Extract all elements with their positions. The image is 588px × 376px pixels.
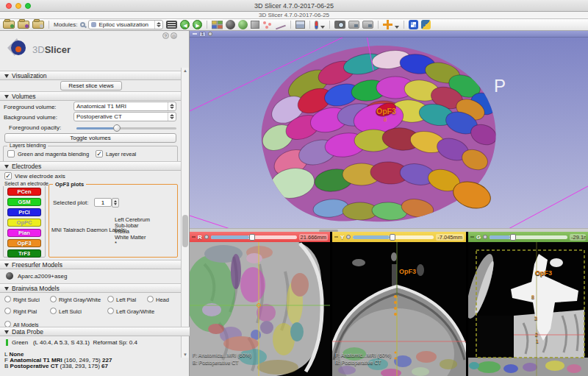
yellow-slice-electrode-label: OpF3 <box>399 268 416 275</box>
view-electrode-axis-checkbox[interactable]: ✓ <box>4 172 12 180</box>
green-slice-viewport[interactable] <box>468 242 588 376</box>
scroll-up-icon[interactable]: ▲ <box>183 68 187 73</box>
markups-fiducial-icon[interactable] <box>262 21 273 29</box>
logo-text: 3DSlicer <box>32 44 71 55</box>
background-volume-select[interactable]: Postoperative CT <box>74 112 176 121</box>
panel-pin-icon[interactable]: ◎ <box>171 32 177 39</box>
background-volume-value: Postoperative CT <box>76 113 122 120</box>
radio-right-graywhite[interactable] <box>50 296 57 302</box>
module-history-icon[interactable] <box>166 21 177 29</box>
app-titlebar: 3D Slicer 4.7.0-2017-06-25 <box>0 12 588 19</box>
layer-reveal-checkbox[interactable]: ✓ <box>96 150 103 157</box>
module-forward-button[interactable]: ▶ <box>193 20 202 29</box>
spinbox-arrows-icon[interactable] <box>112 198 119 207</box>
slice-views-row: R 21.666mm <box>190 232 588 376</box>
python-console-icon[interactable] <box>421 20 431 29</box>
opf3-plots-title: OpF3 plots <box>53 181 86 188</box>
segmentations-module-icon[interactable] <box>238 20 248 29</box>
volume-rendering-icon[interactable] <box>251 21 259 29</box>
section-freesurfer[interactable]: Freesurfer Models <box>0 260 181 269</box>
yellow-slice-pin-icon[interactable] <box>346 235 351 239</box>
red-slice-pin-icon[interactable] <box>204 235 209 239</box>
minimize-button[interactable] <box>15 3 21 9</box>
radio-left-pial[interactable] <box>107 296 114 302</box>
window-level-dropdown-icon[interactable] <box>320 26 325 29</box>
electrode-button-oppc[interactable]: OpPC <box>7 219 41 227</box>
scene-view-restore-icon[interactable] <box>362 21 373 29</box>
yellow-slice-collapse-icon[interactable] <box>334 236 338 238</box>
module-selector[interactable]: Epiloc visualization <box>88 20 163 29</box>
foreground-opacity-slider[interactable] <box>76 127 176 130</box>
red-slice-offset: 21.666mm <box>299 234 328 241</box>
radio-right-sulci[interactable] <box>4 296 11 302</box>
electrode-button-trf3[interactable]: TrF3 <box>7 249 41 258</box>
models-module-icon[interactable] <box>226 20 235 29</box>
zoom-button[interactable] <box>25 3 31 9</box>
section-electrodes[interactable]: Electrodes <box>0 161 181 171</box>
red-slice-collapse-icon[interactable] <box>192 236 196 238</box>
app-title: 3D Slicer 4.7.0-2017-06-25 <box>259 12 329 18</box>
orientation-marker-p: P <box>494 76 506 96</box>
radio-left-sulci[interactable] <box>50 308 57 314</box>
green-slice-controller[interactable]: G -29.1mm <box>468 232 588 242</box>
extensions-manager-icon[interactable] <box>409 20 418 29</box>
panel-help-icon[interactable]: ? <box>162 32 169 39</box>
green-slice-slider[interactable] <box>490 235 567 239</box>
view3d-controller-bar[interactable]: 1 <box>190 31 588 38</box>
electrode-button-prcl[interactable]: PrCl <box>7 208 41 216</box>
window-level-icon[interactable] <box>315 21 318 29</box>
green-slice-collapse-icon[interactable] <box>470 236 474 238</box>
radio-right-pial[interactable] <box>4 308 11 314</box>
scrollbar-thumb[interactable] <box>182 215 188 247</box>
module-back-button[interactable]: ◀ <box>180 20 190 29</box>
section-brainvisa[interactable]: Brainvisa Models <box>0 283 181 293</box>
electrode-button-pcen[interactable]: PCen <box>7 188 41 196</box>
view3d-collapse-icon[interactable] <box>193 33 197 35</box>
layout-windows-icon[interactable] <box>295 21 305 29</box>
section-data-probe[interactable]: Data Probe <box>0 327 190 336</box>
green-slice-pin-icon[interactable] <box>483 235 487 239</box>
selected-plot-spinbox[interactable]: 1 <box>94 198 112 207</box>
slicer-logo-icon <box>6 37 28 59</box>
yellow-slice-controller[interactable]: Y -7.045mm <box>332 232 466 242</box>
selected-plot-label: Selected plot: <box>53 199 88 206</box>
foreground-volume-value: Anatomical T1 MRI <box>76 103 126 110</box>
background-volume-label: Background volume: <box>4 114 57 121</box>
reset-slice-views-button[interactable]: Reset slice views <box>60 81 122 91</box>
electrode-button-plan[interactable]: Plan <box>7 229 41 237</box>
green-magenta-checkbox[interactable] <box>7 150 15 157</box>
scene-view-capture-icon[interactable] <box>348 21 359 29</box>
view3d-viewport[interactable]: P OpF3 8 <box>190 38 588 228</box>
radio-right-pial-label: Right Pial <box>13 308 37 315</box>
red-slice-controller[interactable]: R 21.666mm <box>190 232 330 242</box>
crosshair-icon[interactable] <box>383 20 392 29</box>
toggle-volumes-button[interactable]: Toggle volumes <box>4 133 176 143</box>
yellow-slice-slider[interactable] <box>353 235 434 239</box>
module-search-icon[interactable] <box>80 22 85 27</box>
electrode-button-opf3[interactable]: OpF3 <box>7 239 41 247</box>
scroll-down-icon[interactable]: ▼ <box>183 352 187 357</box>
view3d-pin-icon[interactable] <box>208 32 212 36</box>
screenshot-icon[interactable] <box>334 21 345 29</box>
section-volumes[interactable]: Volumes <box>0 91 181 101</box>
slicer-window: 3D Slicer 4.7.0-2017-06-25 3D Slicer 4.7… <box>0 0 588 376</box>
module-selector-arrows-icon[interactable] <box>154 21 162 29</box>
panel-scrollbar[interactable]: ▲ ▼ <box>181 68 189 358</box>
red-slice-slider[interactable] <box>211 235 297 239</box>
freesurfer-model-label[interactable]: Aparc.a2009+aseg <box>18 273 67 280</box>
load-dicom-icon[interactable] <box>3 21 15 29</box>
radio-head-label: Head <box>156 297 169 303</box>
radio-head[interactable] <box>147 296 154 302</box>
crosshair-dropdown-icon[interactable] <box>395 26 399 29</box>
close-button[interactable] <box>6 3 12 9</box>
layout-selector-icon[interactable] <box>212 21 223 29</box>
mni-value-5: * <box>115 240 117 246</box>
radio-left-graywhite[interactable] <box>107 308 114 314</box>
save-data-icon[interactable] <box>32 21 44 29</box>
annotations-ruler-icon[interactable] <box>276 21 286 29</box>
radio-right-sulci-label: Right Sulci <box>13 297 40 303</box>
section-visualization[interactable]: Visualization <box>0 71 181 80</box>
electrode-button-gsm[interactable]: GSM <box>7 198 41 206</box>
foreground-volume-select[interactable]: Anatomical T1 MRI <box>74 102 176 111</box>
load-data-icon[interactable] <box>18 21 29 29</box>
